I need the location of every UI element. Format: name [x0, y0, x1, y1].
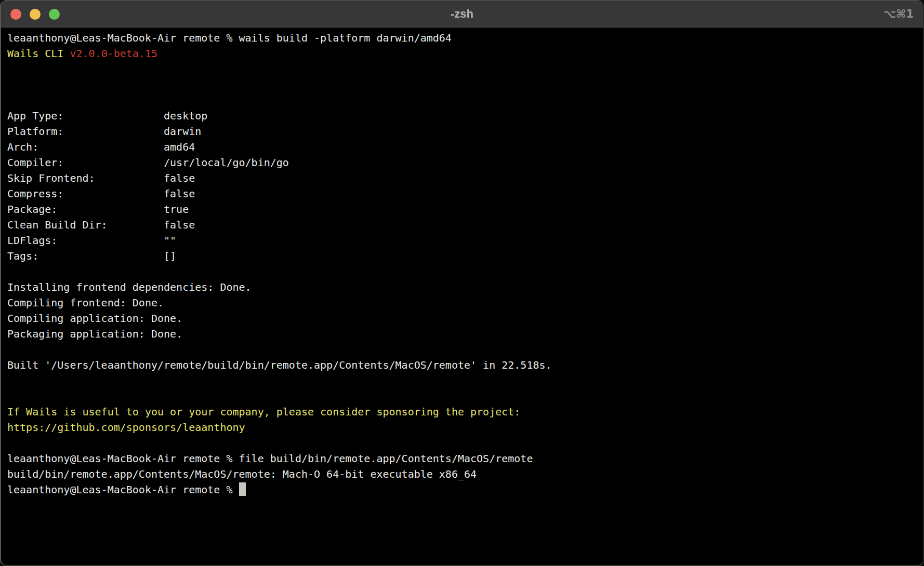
terminal-text: Package: true	[7, 203, 189, 215]
terminal-line	[7, 435, 920, 451]
terminal-line: Compress: false	[7, 186, 920, 201]
terminal-line	[7, 264, 920, 279]
window-shortcut-badge: ⌥⌘1	[883, 8, 914, 20]
terminal-line: LDFlags: ""	[7, 233, 920, 248]
terminal-text: Arch: amd64	[7, 141, 195, 153]
terminal-line	[7, 77, 920, 92]
terminal-text: Skip Frontend: false	[7, 172, 195, 184]
terminal-line: Arch: amd64	[7, 139, 920, 155]
terminal-text: https://github.com/sponsors/leaanthony	[7, 421, 245, 434]
terminal-line	[7, 61, 920, 77]
terminal-text: build/bin/remote.app/Contents/MacOS/remo…	[7, 468, 477, 480]
terminal-line	[7, 373, 920, 388]
cursor	[239, 482, 246, 496]
terminal-text: App Type: desktop	[7, 110, 207, 122]
terminal-line	[7, 342, 920, 357]
titlebar[interactable]: -zsh ⌥⌘1	[1, 0, 923, 28]
terminal-text: Compiling application: Done.	[7, 312, 182, 325]
terminal-line: Skip Frontend: false	[7, 170, 920, 186]
terminal-line: Tags: []	[7, 248, 920, 264]
terminal-text: Wails CLI	[7, 47, 70, 60]
terminal-text: leaanthony@Leas-MacBook-Air remote % wai…	[7, 32, 452, 44]
terminal-text: Packaging application: Done.	[7, 328, 182, 340]
terminal-text: v2.0.0-beta.15	[70, 47, 157, 60]
terminal-line: https://github.com/sponsors/leaanthony	[7, 420, 920, 435]
terminal-line: leaanthony@Leas-MacBook-Air remote %	[7, 482, 920, 497]
terminal-text: LDFlags: ""	[7, 234, 176, 247]
terminal-line: Platform: darwin	[7, 124, 920, 139]
close-button[interactable]	[10, 9, 21, 20]
terminal-text: Compiler: /usr/local/go/bin/go	[7, 156, 289, 169]
terminal-text: Compiling frontend: Done.	[7, 297, 164, 309]
terminal-line: Compiling frontend: Done.	[7, 295, 920, 311]
traffic-lights	[1, 9, 60, 20]
window-title: -zsh	[1, 7, 923, 21]
terminal-text: Built '/Users/leaanthony/remote/build/bi…	[7, 359, 552, 371]
terminal-window: -zsh ⌥⌘1 leaanthony@Leas-MacBook-Air rem…	[0, 0, 924, 566]
terminal-line: Packaging application: Done.	[7, 326, 920, 342]
terminal-text: Tags: []	[7, 250, 176, 262]
terminal-text: Installing frontend dependencies: Done.	[7, 281, 252, 293]
zoom-button[interactable]	[49, 9, 60, 20]
terminal-line: If Wails is useful to you or your compan…	[7, 404, 920, 420]
terminal-line: Package: true	[7, 201, 920, 217]
terminal-line: App Type: desktop	[7, 108, 920, 124]
terminal-text: leaanthony@Leas-MacBook-Air remote % fil…	[7, 452, 533, 465]
terminal-text: Platform: darwin	[7, 125, 201, 138]
terminal-text: Compress: false	[7, 187, 195, 200]
terminal-line: Wails CLI v2.0.0-beta.15	[7, 46, 920, 61]
terminal-text: leaanthony@Leas-MacBook-Air remote %	[7, 483, 239, 496]
terminal-line	[7, 92, 920, 108]
terminal-line: Installing frontend dependencies: Done.	[7, 279, 920, 295]
terminal-text: If Wails is useful to you or your compan…	[7, 406, 520, 418]
terminal-output[interactable]: leaanthony@Leas-MacBook-Air remote % wai…	[1, 28, 923, 497]
terminal-line: build/bin/remote.app/Contents/MacOS/remo…	[7, 466, 920, 482]
terminal-text: Clean Build Dir: false	[7, 219, 195, 231]
terminal-line: Compiler: /usr/local/go/bin/go	[7, 155, 920, 170]
terminal-line: Clean Build Dir: false	[7, 217, 920, 233]
terminal-line: Built '/Users/leaanthony/remote/build/bi…	[7, 357, 920, 373]
minimize-button[interactable]	[30, 9, 41, 20]
terminal-line: Compiling application: Done.	[7, 311, 920, 326]
terminal-line: leaanthony@Leas-MacBook-Air remote % wai…	[7, 30, 920, 46]
terminal-line: leaanthony@Leas-MacBook-Air remote % fil…	[7, 451, 920, 466]
terminal-line	[7, 388, 920, 404]
